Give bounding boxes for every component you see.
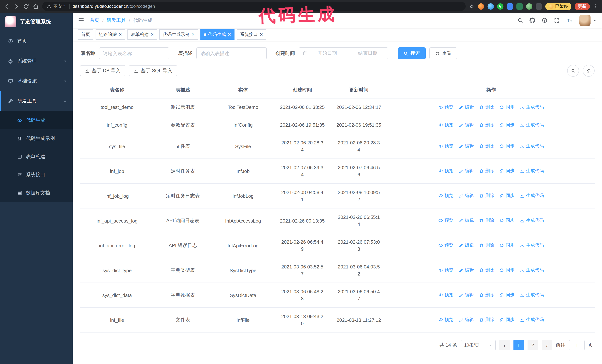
delete-link[interactable]: 删除	[479, 217, 494, 224]
page-button-1[interactable]: 1	[514, 340, 524, 350]
delete-link[interactable]: 删除	[479, 193, 494, 199]
browser-reload-icon[interactable]	[23, 3, 29, 10]
preview-link[interactable]: 预览	[438, 168, 453, 174]
generate-code-link[interactable]: 生成代码	[520, 242, 544, 249]
toggle-search-button[interactable]	[567, 65, 579, 77]
delete-link[interactable]: 删除	[479, 242, 494, 249]
generate-code-link[interactable]: 生成代码	[520, 143, 544, 149]
browser-home-icon[interactable]	[32, 3, 39, 10]
hamburger-icon[interactable]	[78, 17, 85, 24]
edit-link[interactable]: 编辑	[459, 217, 474, 224]
sidebar-item-code-generation[interactable]: 代码生成	[0, 111, 73, 129]
refresh-table-button[interactable]	[583, 65, 595, 77]
sync-link[interactable]: 同步	[499, 242, 515, 249]
user-avatar-menu[interactable]	[580, 15, 597, 26]
sidebar-item-form-builder[interactable]: 表单构建	[0, 147, 73, 166]
sync-link[interactable]: 同步	[499, 104, 515, 110]
close-icon[interactable]: ✕	[118, 32, 122, 36]
sidebar-item-system-management[interactable]: 系统管理	[0, 51, 73, 71]
tab-form-builder[interactable]: 表单构建✕	[128, 29, 157, 40]
delete-link[interactable]: 删除	[479, 104, 494, 110]
puzzle-extension-icon[interactable]	[536, 3, 542, 10]
edit-link[interactable]: 编辑	[459, 143, 474, 149]
v-circle-extension-icon[interactable]: V	[497, 3, 503, 10]
droplet-extension-icon[interactable]	[487, 3, 494, 10]
sync-link[interactable]: 同步	[499, 193, 515, 199]
tab-system-api[interactable]: 系统接口✕	[237, 29, 266, 40]
delete-link[interactable]: 删除	[479, 122, 494, 128]
generate-code-link[interactable]: 生成代码	[520, 168, 544, 174]
breadcrumb-home[interactable]: 首页	[90, 17, 99, 24]
sync-link[interactable]: 同步	[499, 168, 515, 174]
preview-link[interactable]: 预览	[438, 292, 453, 298]
generate-code-link[interactable]: 生成代码	[520, 317, 544, 323]
sync-link[interactable]: 同步	[499, 122, 515, 128]
tab-codegen-example[interactable]: 代码生成示例✕	[160, 29, 198, 40]
sync-link[interactable]: 同步	[499, 267, 515, 273]
delete-link[interactable]: 删除	[479, 317, 494, 323]
sync-link[interactable]: 同步	[499, 292, 515, 298]
tab-tracing[interactable]: 链路追踪✕	[96, 29, 125, 40]
search-icon[interactable]	[517, 17, 523, 23]
browser-back-icon[interactable]	[4, 3, 10, 10]
sidebar-item-db-doc[interactable]: 数据库文档	[0, 184, 73, 202]
next-page-button[interactable]: ›	[542, 340, 552, 350]
security-indicator[interactable]: 不安全	[47, 3, 66, 9]
generate-code-link[interactable]: 生成代码	[520, 122, 544, 128]
tab-home[interactable]: 首页	[78, 29, 93, 40]
generate-code-link[interactable]: 生成代码	[520, 193, 544, 199]
import-sql-button[interactable]: 基于 SQL 导入	[129, 65, 177, 76]
edit-link[interactable]: 编辑	[459, 317, 474, 323]
preview-link[interactable]: 预览	[438, 143, 453, 149]
page-button-2[interactable]: 2	[527, 340, 538, 350]
generate-code-link[interactable]: 生成代码	[520, 104, 544, 110]
preview-link[interactable]: 预览	[438, 104, 453, 110]
preview-link[interactable]: 预览	[438, 242, 453, 249]
edit-link[interactable]: 编辑	[459, 168, 474, 174]
address-bar[interactable]: 不安全 dashboard.yudao.iocoder.cn/tool/code…	[42, 2, 465, 11]
edit-link[interactable]: 编辑	[459, 267, 474, 273]
github-icon[interactable]	[529, 17, 535, 23]
search-button[interactable]: 搜索	[398, 47, 426, 59]
breadcrumb-dev-tools[interactable]: 研发工具	[107, 17, 126, 24]
bookmark-star-icon[interactable]	[469, 3, 474, 9]
sidebar-item-system-api[interactable]: 系统接口	[0, 166, 73, 184]
close-icon[interactable]: ✕	[228, 32, 231, 36]
preview-link[interactable]: 预览	[438, 193, 453, 199]
edit-link[interactable]: 编辑	[459, 242, 474, 249]
fullscreen-icon[interactable]	[554, 17, 560, 23]
app-logo[interactable]: 芋道管理系统	[0, 13, 73, 31]
tab-code-generation[interactable]: 代码生成✕	[200, 29, 234, 40]
reset-button[interactable]: 重置	[429, 47, 457, 59]
generate-code-link[interactable]: 生成代码	[520, 267, 544, 273]
delete-link[interactable]: 删除	[479, 267, 494, 273]
browser-forward-icon[interactable]	[13, 3, 20, 10]
goto-page-input[interactable]	[569, 340, 585, 350]
capture-extension-icon[interactable]	[516, 3, 523, 10]
prev-page-button[interactable]: ‹	[499, 340, 510, 350]
preview-link[interactable]: 预览	[438, 122, 453, 128]
profile-paused-badge[interactable]: 已暂停	[545, 2, 571, 10]
generate-code-link[interactable]: 生成代码	[520, 217, 544, 224]
close-icon[interactable]: ✕	[191, 32, 195, 36]
sync-link[interactable]: 同步	[499, 143, 515, 149]
edit-link[interactable]: 编辑	[459, 122, 474, 128]
help-icon[interactable]	[542, 17, 548, 23]
delete-link[interactable]: 删除	[479, 168, 494, 174]
fox-extension-icon[interactable]	[478, 3, 484, 10]
people-extension-icon[interactable]	[507, 3, 513, 10]
preview-link[interactable]: 预览	[438, 317, 453, 323]
edit-link[interactable]: 编辑	[459, 104, 474, 110]
table-name-input[interactable]	[99, 47, 169, 59]
table-desc-input[interactable]	[196, 47, 267, 59]
generate-code-link[interactable]: 生成代码	[520, 292, 544, 298]
sync-link[interactable]: 同步	[499, 217, 515, 224]
edit-link[interactable]: 编辑	[459, 292, 474, 298]
browser-update-button[interactable]: 更新	[575, 2, 590, 10]
edit-link[interactable]: 编辑	[459, 193, 474, 199]
delete-link[interactable]: 删除	[479, 292, 494, 298]
close-icon[interactable]: ✕	[260, 32, 263, 36]
sync-link[interactable]: 同步	[499, 317, 515, 323]
preview-link[interactable]: 预览	[438, 267, 453, 273]
sidebar-item-home[interactable]: 首页	[0, 31, 73, 51]
